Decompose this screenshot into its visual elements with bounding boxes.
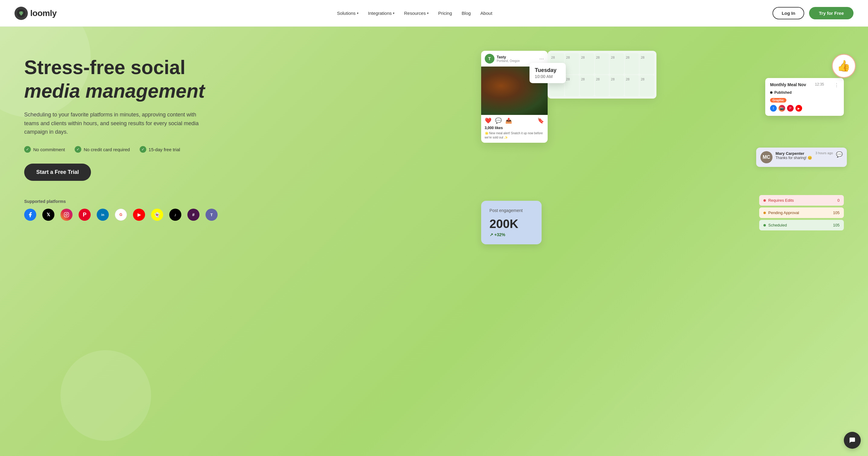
comment-timestamp: 3 hours ago <box>815 151 833 155</box>
comment-body: Mary Carpenter Thanks for sharing! 😊 <box>776 151 812 160</box>
status-dot <box>770 91 773 94</box>
engagement-card: Post engagement 200K ↗ +32% <box>481 201 541 244</box>
nav-integrations[interactable]: Integrations ▾ <box>368 10 395 16</box>
ig-account-location: Portland, Oregon <box>497 59 539 63</box>
chevron-down-icon: ▾ <box>393 11 395 15</box>
platform-icons-list: 𝕏 P in G ▶ 👻 ♪ # T <box>24 209 475 221</box>
cal-cell: 28 <box>640 75 654 96</box>
try-for-free-button[interactable]: Try for Free <box>809 7 854 19</box>
slack-icon[interactable]: # <box>187 209 199 221</box>
nav-about[interactable]: About <box>480 10 492 16</box>
ms-teams-icon[interactable]: T <box>206 209 218 221</box>
commenter-avatar: MC <box>761 151 773 163</box>
linkedin-icon[interactable]: in <box>97 209 109 221</box>
x-twitter-icon[interactable]: 𝕏 <box>42 209 54 221</box>
nav-pricing[interactable]: Pricing <box>438 10 452 16</box>
tuesday-label: Tuesday <box>535 67 560 73</box>
facebook-social-icon: f <box>770 105 777 112</box>
chevron-down-icon: ▾ <box>357 11 359 15</box>
cal-cell: 28 <box>580 75 594 96</box>
snapchat-icon[interactable]: 👻 <box>151 209 163 221</box>
facebook-icon[interactable] <box>24 209 36 221</box>
check-icon: ✓ <box>140 146 146 153</box>
ig-avatar: T <box>485 54 494 63</box>
monthly-meal-card: Monthly Meal Nov 12:35 ⋮ Published Graph… <box>765 78 844 116</box>
logo[interactable]: loomly <box>14 7 57 20</box>
comment-icon[interactable]: 💬 <box>495 117 502 124</box>
instagram-social-icon: 📷 <box>779 105 785 112</box>
svg-rect-3 <box>64 213 69 217</box>
meal-time: 12:35 <box>815 82 824 87</box>
check-icon: ✓ <box>75 146 81 153</box>
orange-dot-icon <box>764 212 766 214</box>
red-dot-icon <box>764 199 766 202</box>
hero-right: 👍 T Tasty Portland, Oregon ··· ❤️ 💬 <box>475 45 844 263</box>
commenter-name: Mary Carpenter <box>776 151 812 156</box>
chat-bubble-button[interactable] <box>844 432 861 449</box>
meal-status-text: Published <box>774 90 792 95</box>
svg-point-1 <box>20 12 21 13</box>
tuesday-time: 10:00 AM <box>535 74 560 79</box>
cal-cell: 28 <box>565 75 579 96</box>
arrow-up-icon: ↗ <box>490 232 493 237</box>
engagement-value: 200K <box>490 218 533 230</box>
platforms-section: Supported platforms 𝕏 P in G ▶ 👻 ♪ # T <box>24 199 475 221</box>
cal-cell: 28 <box>580 53 594 74</box>
comment-text: Thanks for sharing! 😊 <box>776 156 812 160</box>
cal-cell: 28 <box>610 53 624 74</box>
hero-mockups: 👍 T Tasty Portland, Oregon ··· ❤️ 💬 <box>475 45 844 263</box>
nav-actions: Log In Try for Free <box>773 7 854 19</box>
stats-rows: Requires Edits 0 Pending Approval 105 Sc… <box>759 195 844 232</box>
engagement-change: ↗ +32% <box>490 232 533 237</box>
nav-resources[interactable]: Resources ▾ <box>404 10 429 16</box>
cal-cell: 28 <box>565 53 579 74</box>
ig-actions: ❤️ 💬 📤 🔖 <box>481 115 548 125</box>
nav-blog[interactable]: Blog <box>462 10 471 16</box>
meal-badge: Graphic <box>770 98 786 102</box>
cal-cell: 28 <box>625 53 639 74</box>
hero-subtitle: Scheduling to your favorite platforms in… <box>24 110 199 136</box>
ig-likes-count: 3,000 likes <box>481 125 548 131</box>
pending-approval-row: Pending Approval 105 <box>759 207 844 218</box>
nav-solutions[interactable]: Solutions ▾ <box>337 10 359 16</box>
start-free-trial-button[interactable]: Start a Free Trial <box>24 163 91 181</box>
requires-edits-row: Requires Edits 0 <box>759 195 844 206</box>
tuesday-popup: Tuesday 10:00 AM <box>529 63 566 83</box>
more-options-icon[interactable]: ··· <box>539 56 544 62</box>
youtube-icon[interactable]: ▶ <box>133 209 145 221</box>
cal-cell: 28 <box>595 75 609 96</box>
more-options-icon[interactable]: ⋮ <box>834 82 839 88</box>
share-icon[interactable]: 📤 <box>505 117 512 124</box>
thumbs-up-badge: 👍 <box>832 54 856 78</box>
login-button[interactable]: Log In <box>773 7 804 19</box>
stat-left: Pending Approval <box>764 210 799 215</box>
hero-title-line1: Stress-free social <box>24 57 475 78</box>
pinterest-icon[interactable]: P <box>79 209 91 221</box>
ig-caption: 🌟 New meal alert! Snatch it up now befor… <box>481 131 548 143</box>
instagram-icon[interactable] <box>60 209 72 221</box>
chevron-down-icon: ▾ <box>427 11 429 15</box>
cal-cell: 28 <box>625 75 639 96</box>
check-free-trial: ✓ 15-day free trial <box>140 146 180 153</box>
stat-left: Scheduled <box>764 223 787 227</box>
green-dot-icon <box>764 224 766 226</box>
heart-icon[interactable]: ❤️ <box>485 117 491 124</box>
bookmark-icon[interactable]: 🔖 <box>537 117 544 124</box>
scheduled-row: Scheduled 105 <box>759 220 844 231</box>
svg-point-2 <box>22 12 23 13</box>
cal-cell: 28 <box>610 75 624 96</box>
tiktok-icon[interactable]: ♪ <box>169 209 181 221</box>
check-icon: ✓ <box>24 146 31 153</box>
reply-icon[interactable]: 💬 <box>836 151 843 158</box>
platforms-title: Supported platforms <box>24 199 475 204</box>
logo-text: loomly <box>30 8 57 18</box>
svg-point-5 <box>67 213 68 214</box>
ig-account-name: Tasty <box>497 55 539 59</box>
ig-account: Tasty Portland, Oregon <box>497 55 539 63</box>
comment-card: MC Mary Carpenter Thanks for sharing! 😊 … <box>756 148 847 167</box>
meal-status: Published <box>770 90 839 95</box>
cal-cell: 28 <box>640 53 654 74</box>
google-my-business-icon[interactable]: G <box>115 209 127 221</box>
pinterest-social-icon: P <box>787 105 794 112</box>
hero-section: Stress-free social media management Sche… <box>0 27 868 456</box>
